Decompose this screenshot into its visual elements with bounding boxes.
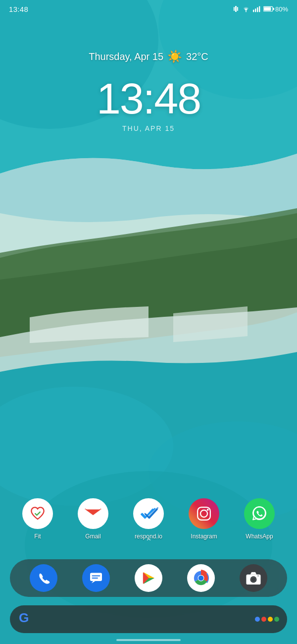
signal-icon (253, 5, 261, 12)
gmail-icon-wrapper (78, 498, 108, 529)
whatsapp-icon (250, 504, 269, 523)
app-grid: Fit (0, 498, 297, 540)
dock-phone[interactable] (30, 564, 57, 592)
app-fit[interactable]: Fit (22, 498, 53, 540)
dock-playstore[interactable] (135, 564, 162, 592)
weather-widget: Thursday, Apr 15 ☀️ 32°C (0, 50, 297, 63)
messages-icon (89, 571, 103, 585)
app-gmail[interactable]: Gmail (78, 498, 108, 540)
svg-point-20 (207, 509, 209, 511)
drawer-chevron-icon: ⌃ (145, 536, 152, 547)
clock-date: THU, APR 15 (0, 124, 297, 132)
svg-rect-22 (90, 573, 102, 582)
weather-line: Thursday, Apr 15 ☀️ 32°C (0, 50, 297, 63)
app-whatsapp[interactable]: WhatsApp (244, 498, 275, 540)
svg-rect-12 (273, 8, 274, 10)
battery-percent: 80% (275, 5, 288, 13)
instagram-icon-wrapper (189, 498, 219, 529)
app-respond[interactable]: respond.io (133, 498, 164, 540)
instagram-icon (195, 505, 213, 523)
camera-icon (246, 570, 261, 586)
clock-time: 13:48 (0, 77, 297, 120)
wifi-icon (242, 5, 250, 12)
svg-point-6 (246, 11, 247, 12)
respond-icon-wrapper (133, 498, 164, 529)
svg-point-32 (251, 578, 255, 582)
weather-temp: 32°C (186, 51, 208, 62)
whatsapp-icon-wrapper (244, 498, 275, 529)
search-bar[interactable]: G (10, 605, 287, 633)
home-indicator (116, 639, 181, 641)
status-bar: 13:48 80% (0, 0, 297, 18)
gmail-icon (84, 506, 102, 521)
phone-icon (36, 571, 51, 585)
svg-point-33 (257, 575, 259, 577)
drawer-hint[interactable]: ⌃ (0, 536, 297, 547)
playstore-icon (141, 570, 156, 586)
fit-icon-wrapper (22, 498, 53, 529)
chrome-icon (193, 570, 209, 586)
fit-icon (28, 504, 47, 523)
svg-point-19 (200, 510, 207, 517)
clock-widget: 13:48 THU, APR 15 (0, 77, 297, 132)
dock (10, 559, 287, 597)
status-time: 13:48 (9, 5, 28, 13)
google-assistant-dots (255, 617, 279, 622)
svg-rect-10 (259, 6, 260, 12)
weather-icon: ☀️ (167, 50, 182, 63)
app-instagram[interactable]: Instagram (189, 498, 219, 540)
vibrate-icon (234, 6, 238, 12)
svg-rect-8 (255, 8, 256, 12)
svg-point-28 (198, 576, 204, 581)
respond-icon (139, 504, 158, 524)
weather-day: Thursday, Apr 15 (89, 51, 163, 62)
dock-camera[interactable] (240, 564, 267, 592)
dock-chrome[interactable] (187, 564, 215, 592)
status-icons: 80% (234, 5, 288, 13)
battery-icon: 80% (263, 5, 288, 13)
svg-rect-13 (264, 7, 271, 10)
svg-text:G: G (19, 610, 29, 625)
dock-messages[interactable] (82, 564, 110, 592)
google-g-logo: G (18, 610, 33, 629)
svg-rect-9 (257, 7, 258, 12)
svg-rect-7 (253, 10, 254, 12)
